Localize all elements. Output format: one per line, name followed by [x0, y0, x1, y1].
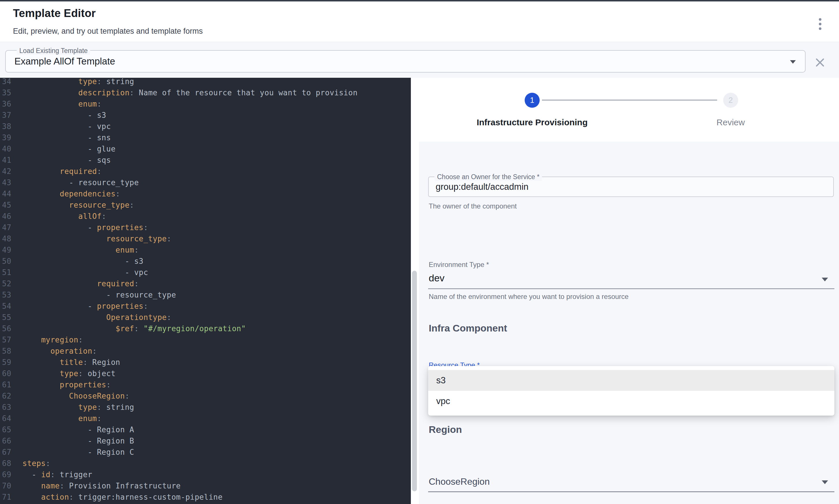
line-number: 45 [0, 200, 13, 211]
line-number: 59 [0, 357, 13, 368]
code-text: required: [13, 166, 102, 177]
environment-type-select[interactable]: dev [429, 272, 445, 284]
resource-type-option-s3[interactable]: s3 [428, 370, 834, 391]
line-number: 40 [0, 143, 13, 155]
code-text: - properties: [13, 301, 148, 312]
caret-down-icon[interactable] [822, 480, 828, 484]
line-number: 49 [0, 245, 13, 256]
code-line: 65 - Region A [0, 424, 411, 435]
close-icon [814, 56, 826, 69]
code-text: - properties: [13, 222, 148, 233]
code-line: 57 myregion: [0, 335, 411, 346]
code-line: 60 type: object [0, 368, 411, 379]
code-text: - Region A [13, 424, 134, 435]
code-text: enum: [13, 413, 102, 424]
line-number: 37 [0, 110, 13, 121]
kebab-dot [819, 23, 821, 25]
line-number: 42 [0, 166, 13, 177]
code-line: 61 properties: [0, 379, 411, 391]
code-line: 44 dependencies: [0, 188, 411, 200]
clear-template-button[interactable] [814, 56, 826, 69]
code-text: operation: [13, 346, 97, 357]
line-number: 35 [0, 87, 13, 98]
code-text: - resource_type [13, 177, 139, 188]
kebab-dot [819, 28, 821, 30]
line-number: 54 [0, 301, 13, 312]
load-template-section: Load Existing Template Example AllOf Tem… [0, 42, 839, 78]
code-line: 54 - properties: [0, 301, 411, 312]
owner-field[interactable]: Choose an Owner for the Service * group:… [428, 177, 834, 197]
code-line: 47 - properties: [0, 222, 411, 233]
line-number: 71 [0, 492, 13, 503]
line-number: 36 [0, 98, 13, 110]
code-text: action: trigger:harness-custom-pipeline [13, 492, 223, 503]
stepper-step-1-circle[interactable]: 1 [525, 93, 540, 108]
code-text: - id: trigger [13, 469, 92, 480]
code-text: resource_type: [13, 233, 172, 245]
code-pane: 34 type: string35 description: Name of t… [0, 78, 411, 503]
line-number: 56 [0, 323, 13, 335]
code-text: - sns [13, 132, 111, 143]
load-template-select[interactable]: Load Existing Template Example AllOf Tem… [5, 50, 806, 73]
line-number: 38 [0, 121, 13, 132]
owner-field-value[interactable]: group:default/accadmin [435, 177, 529, 196]
line-number: 52 [0, 278, 13, 289]
code-line: 55 Operationtype: [0, 312, 411, 323]
code-line: 45 resource_type: [0, 200, 411, 211]
environment-underline [428, 288, 834, 289]
code-text: Operationtype: [13, 312, 172, 323]
header: Template Editor Edit, preview, and try o… [0, 1, 839, 42]
line-number: 50 [0, 256, 13, 267]
code-line: 68steps: [0, 458, 411, 469]
code-text: required: [13, 278, 139, 289]
line-number: 41 [0, 155, 13, 166]
choose-region-underline [428, 491, 834, 492]
line-number: 34 [0, 78, 13, 87]
kebab-menu-icon[interactable] [813, 15, 827, 33]
code-line: 71 action: trigger:harness-custom-pipeli… [0, 492, 411, 503]
code-line: 67 - Region C [0, 447, 411, 458]
code-text: type: string [13, 402, 134, 413]
code-line: 37 - s3 [0, 110, 411, 121]
code-text: allOf: [13, 211, 106, 222]
code-text: type: string [13, 78, 134, 87]
resource-type-option-vpc[interactable]: vpc [428, 391, 834, 412]
code-line: 51 - vpc [0, 267, 411, 278]
line-number: 65 [0, 424, 13, 435]
line-number: 44 [0, 188, 13, 200]
caret-down-icon[interactable] [790, 60, 796, 64]
choose-region-select[interactable]: ChooseRegion [429, 476, 490, 487]
code-text: - s3 [13, 256, 143, 267]
code-line: 64 enum: [0, 413, 411, 424]
page-subtitle: Edit, preview, and try out templates and… [13, 27, 203, 36]
code-text: type: object [13, 368, 115, 379]
code-text: - glue [13, 143, 115, 155]
line-number: 70 [0, 480, 13, 492]
line-number: 57 [0, 335, 13, 346]
stepper-step-2-circle[interactable]: 2 [723, 93, 738, 108]
code-line: 42 required: [0, 166, 411, 177]
yaml-code-editor[interactable]: 34 type: string35 description: Name of t… [0, 78, 411, 504]
code-text: myregion: [13, 335, 83, 346]
stepper-step-2-label: Review [644, 118, 817, 127]
code-line: 59 title: Region [0, 357, 411, 368]
caret-down-icon[interactable] [822, 277, 828, 281]
code-text: - vpc [13, 267, 148, 278]
code-text: title: Region [13, 357, 120, 368]
code-text: - vpc [13, 121, 111, 132]
code-line: 36 enum: [0, 98, 411, 110]
editor-scrollbar-thumb[interactable] [412, 271, 417, 491]
stepper-step-1-label: Infrastructure Provisioning [446, 118, 619, 127]
code-text: - resource_type [13, 289, 176, 301]
code-text: enum: [13, 245, 139, 256]
code-text: enum: [13, 98, 102, 110]
code-text: ChooseRegion: [13, 391, 130, 402]
line-number: 66 [0, 435, 13, 447]
code-line: 43 - resource_type [0, 177, 411, 188]
line-number: 60 [0, 368, 13, 379]
template-preview-panel: 1 2 Infrastructure Provisioning Review C… [419, 78, 839, 504]
code-line: 46 allOf: [0, 211, 411, 222]
line-number: 53 [0, 289, 13, 301]
page-title: Template Editor [13, 7, 96, 20]
editor-scrollbar-track[interactable] [411, 78, 419, 504]
